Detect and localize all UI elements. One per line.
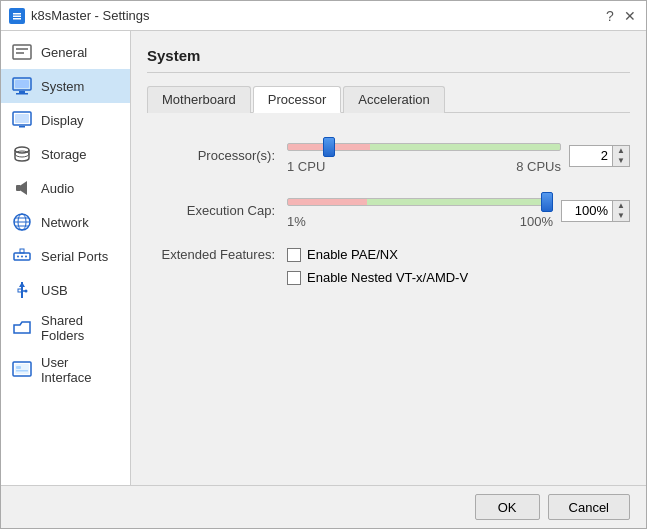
svg-rect-5 (16, 48, 28, 50)
svg-point-25 (21, 256, 23, 258)
sidebar-item-audio[interactable]: Audio (1, 171, 130, 205)
processor-label: Processor(s): (147, 148, 287, 163)
sidebar-item-user-interface[interactable]: User Interface (1, 349, 130, 391)
serial-ports-icon (11, 245, 33, 267)
help-button[interactable]: ? (602, 8, 618, 24)
close-button[interactable]: ✕ (622, 8, 638, 24)
cancel-button[interactable]: Cancel (548, 494, 630, 520)
svg-rect-16 (16, 185, 21, 191)
settings-dialog: k8sMaster - Settings ? ✕ General System (0, 0, 647, 529)
execution-cap-slider-container: 1% 100% (287, 192, 553, 229)
dialog-footer: OK Cancel (1, 485, 646, 528)
execution-cap-slider-thumb[interactable] (541, 192, 553, 212)
execution-cap-max-label: 100% (520, 214, 553, 229)
svg-point-26 (25, 256, 27, 258)
svg-point-15 (15, 151, 29, 157)
dialog-content: General System Display Sto (1, 31, 646, 485)
checkbox-nested[interactable] (287, 271, 301, 285)
user-interface-icon (11, 359, 33, 381)
svg-rect-10 (16, 93, 28, 95)
svg-marker-29 (19, 282, 25, 287)
svg-rect-8 (15, 80, 29, 88)
sidebar-label-shared-folders: Shared Folders (41, 313, 120, 343)
processor-value-input[interactable] (569, 145, 613, 167)
svg-marker-17 (21, 181, 27, 195)
sidebar-item-system[interactable]: System (1, 69, 130, 103)
sidebar-item-network[interactable]: Network (1, 205, 130, 239)
processor-slider-track[interactable] (287, 137, 561, 157)
processor-max-label: 8 CPUs (516, 159, 561, 174)
processor-spin-buttons: ▲ ▼ (613, 145, 630, 167)
svg-rect-1 (13, 13, 21, 15)
sidebar-label-usb: USB (41, 283, 68, 298)
checkbox-nested-label: Enable Nested VT-x/AMD-V (307, 270, 468, 285)
display-icon (11, 109, 33, 131)
execution-cap-spin-down[interactable]: ▼ (613, 211, 629, 221)
svg-rect-36 (16, 370, 28, 372)
sidebar-label-serial-ports: Serial Ports (41, 249, 108, 264)
main-content: System Motherboard Processor Acceleratio… (131, 31, 646, 485)
ok-button[interactable]: OK (475, 494, 540, 520)
processor-slider-container: 1 CPU 8 CPUs (287, 137, 561, 174)
title-bar: k8sMaster - Settings ? ✕ (1, 1, 646, 31)
svg-rect-35 (16, 366, 21, 369)
svg-rect-12 (15, 114, 29, 123)
svg-point-32 (25, 290, 28, 293)
processor-tab-content: Processor(s): 1 CPU 8 CPUs (147, 129, 630, 469)
sidebar-item-serial-ports[interactable]: Serial Ports (1, 239, 130, 273)
sidebar-item-usb[interactable]: USB (1, 273, 130, 307)
shared-folders-icon (11, 317, 33, 339)
tab-motherboard[interactable]: Motherboard (147, 86, 251, 113)
processor-spinbox: ▲ ▼ (569, 145, 630, 167)
svg-point-24 (17, 256, 19, 258)
tab-processor[interactable]: Processor (253, 86, 342, 113)
tab-acceleration[interactable]: Acceleration (343, 86, 445, 113)
processor-slider-bg (287, 143, 561, 151)
extended-features-row: Extended Features: Enable PAE/NX Enable … (147, 247, 630, 285)
processor-slider-labels: 1 CPU 8 CPUs (287, 159, 561, 174)
system-icon (11, 75, 33, 97)
checkbox-nested-row: Enable Nested VT-x/AMD-V (287, 270, 468, 285)
checkbox-pae-label: Enable PAE/NX (307, 247, 398, 262)
title-bar-left: k8sMaster - Settings (9, 8, 150, 24)
sidebar-item-display[interactable]: Display (1, 103, 130, 137)
execution-cap-slider-labels: 1% 100% (287, 214, 553, 229)
svg-rect-13 (19, 126, 25, 128)
execution-cap-min-label: 1% (287, 214, 306, 229)
sidebar-item-shared-folders[interactable]: Shared Folders (1, 307, 130, 349)
execution-cap-row: Execution Cap: 1% 100% (147, 192, 630, 229)
audio-icon (11, 177, 33, 199)
checkbox-pae-row: Enable PAE/NX (287, 247, 468, 262)
sidebar-label-user-interface: User Interface (41, 355, 120, 385)
svg-rect-9 (19, 91, 25, 93)
processor-row: Processor(s): 1 CPU 8 CPUs (147, 137, 630, 174)
sidebar-label-storage: Storage (41, 147, 87, 162)
svg-rect-2 (13, 15, 21, 17)
tab-bar: Motherboard Processor Acceleration (147, 85, 630, 113)
execution-cap-spin-up[interactable]: ▲ (613, 201, 629, 211)
execution-cap-spin-buttons: ▲ ▼ (613, 200, 630, 222)
execution-cap-slider-bg (287, 198, 553, 206)
app-title: k8sMaster - Settings (31, 8, 150, 23)
execution-cap-slider-track[interactable] (287, 192, 553, 212)
storage-icon (11, 143, 33, 165)
sidebar: General System Display Sto (1, 31, 131, 485)
network-icon (11, 211, 33, 233)
svg-rect-6 (16, 52, 24, 54)
processor-slider-thumb[interactable] (323, 137, 335, 157)
processor-spin-up[interactable]: ▲ (613, 146, 629, 156)
execution-cap-value-input[interactable] (561, 200, 613, 222)
sidebar-item-general[interactable]: General (1, 35, 130, 69)
execution-cap-spinbox: ▲ ▼ (561, 200, 630, 222)
checkboxes-area: Enable PAE/NX Enable Nested VT-x/AMD-V (287, 247, 468, 285)
sidebar-label-display: Display (41, 113, 84, 128)
sidebar-label-audio: Audio (41, 181, 74, 196)
usb-icon (11, 279, 33, 301)
processor-min-label: 1 CPU (287, 159, 325, 174)
processor-spin-down[interactable]: ▼ (613, 156, 629, 166)
sidebar-label-system: System (41, 79, 84, 94)
sidebar-item-storage[interactable]: Storage (1, 137, 130, 171)
title-bar-buttons: ? ✕ (602, 8, 638, 24)
svg-rect-3 (13, 18, 21, 20)
checkbox-pae[interactable] (287, 248, 301, 262)
